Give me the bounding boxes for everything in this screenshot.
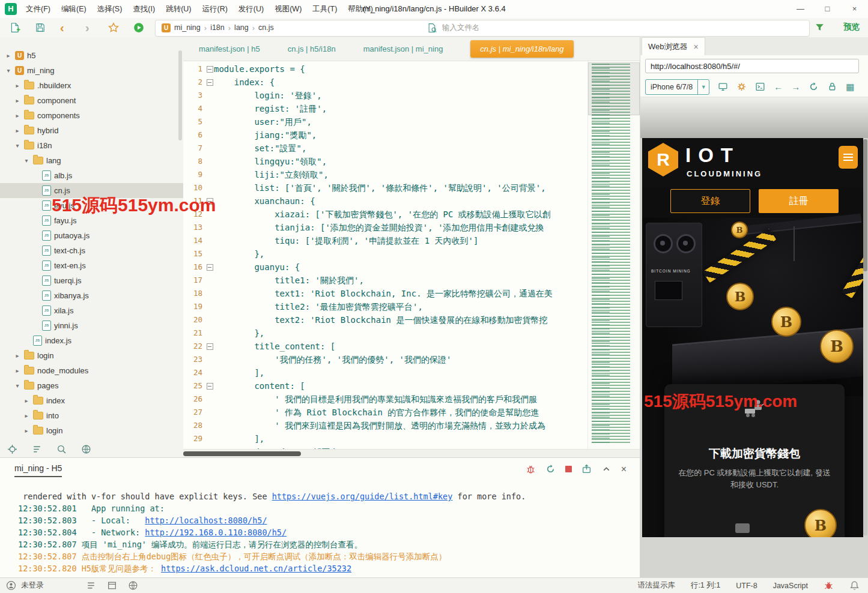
tree-item[interactable]: JStext-en.js — [0, 258, 183, 273]
menu-item[interactable]: 发行(U) — [233, 0, 269, 18]
forward-icon[interactable]: → — [791, 82, 800, 92]
line-number[interactable]: 23 — [183, 353, 205, 366]
filter-icon[interactable] — [815, 22, 825, 32]
line-number[interactable]: 2 — [183, 76, 205, 89]
tree-scrollbar[interactable] — [178, 50, 182, 140]
line-number[interactable]: 11 — [183, 194, 205, 208]
tree-item[interactable]: ▾Umi_ning — [0, 63, 183, 78]
console-link[interactable]: https://ask.dcloud.net.cn/article/35232 — [161, 564, 351, 573]
menu-item[interactable]: 查找(I) — [127, 0, 160, 18]
line-number[interactable]: 15 — [183, 247, 205, 260]
line-number[interactable]: 17 — [183, 274, 205, 287]
console-link[interactable]: https://vuejs.org/guide/list.html#key — [272, 492, 453, 501]
tree-item[interactable]: JSyinni.js — [0, 318, 183, 333]
browser-tab[interactable]: Web浏览器 × — [642, 37, 705, 55]
code-line[interactable]: 2 index: { — [183, 76, 640, 89]
login-status-area[interactable]: 未登录 — [6, 580, 44, 591]
line-number[interactable]: 22 — [183, 340, 205, 353]
collapse-icon[interactable] — [601, 464, 612, 474]
code-line[interactable]: 20 text2: 'Riot Blockchain 是一個快速發展的在線和移動… — [183, 313, 640, 327]
code-line[interactable]: 26 ' 我們的目標是利用我們的專業知識和知識來造福我們的客戶和我們服 — [183, 393, 640, 406]
menu-item[interactable]: 选择(S) — [92, 0, 128, 18]
tree-item[interactable]: JSfayu.js — [0, 213, 183, 228]
code-line[interactable]: 1module.exports = { — [183, 62, 640, 76]
tree-item[interactable]: ▸login — [0, 423, 183, 438]
mobile-menu-button[interactable] — [839, 146, 858, 169]
login-status[interactable]: 未登录 — [21, 580, 44, 591]
chevron-right-icon[interactable]: ▸ — [14, 127, 21, 134]
code-line[interactable]: 11 xuanchaun: { — [183, 194, 640, 208]
chevron-right-icon[interactable]: ▸ — [23, 427, 30, 434]
chevron-right-icon[interactable]: ▸ — [14, 97, 21, 104]
code-line[interactable]: 19 title2: '最佳加密貨幣雲挖礦平台', — [183, 300, 640, 313]
fold-marker-icon[interactable] — [205, 340, 214, 353]
chevron-down-icon[interactable]: ▾ — [14, 142, 21, 149]
code-line[interactable]: 5 user:"用戶", — [183, 115, 640, 128]
tree-item[interactable]: JStuerqi.js — [0, 273, 183, 288]
horizontal-scrollbar-thumb[interactable] — [183, 451, 301, 456]
close-button[interactable]: × — [841, 0, 868, 18]
editor-tab[interactable]: manifest.json | h5 — [199, 44, 260, 53]
qr-icon[interactable]: ▦ — [846, 82, 854, 92]
maximize-button[interactable]: □ — [814, 0, 841, 18]
list-icon[interactable] — [86, 580, 96, 591]
code-line[interactable]: 21 }, — [183, 327, 640, 340]
export-icon[interactable] — [581, 464, 592, 474]
code-line[interactable]: 27 ' 作為 Riot Blockchain 的官方合作夥伴，我們的使命是幫助… — [183, 406, 640, 419]
minimap-viewport[interactable] — [588, 62, 640, 115]
tree-item[interactable]: ▾lang — [0, 153, 183, 168]
tree-item[interactable]: JSeyu.js — [0, 198, 183, 213]
fold-marker-icon[interactable] — [205, 260, 214, 274]
restart-icon[interactable] — [545, 464, 556, 474]
new-file-icon[interactable] — [10, 22, 20, 33]
tree-item[interactable]: ▾pages — [0, 378, 183, 393]
line-number[interactable]: 28 — [183, 419, 205, 432]
nav-forward-icon[interactable]: › — [85, 19, 90, 36]
line-number[interactable]: 18 — [183, 287, 205, 300]
sort-icon[interactable] — [32, 444, 42, 454]
chevron-down-icon[interactable]: ▾ — [14, 382, 21, 389]
code-line[interactable]: 22 title_content: [ — [183, 340, 640, 353]
code-line[interactable]: 24 ], — [183, 366, 640, 379]
line-number[interactable]: 24 — [183, 366, 205, 379]
menu-item[interactable]: 文件(F) — [20, 0, 56, 18]
code-line[interactable]: 9 liji:"立刻領取", — [183, 168, 640, 181]
login-button[interactable]: 登錄 — [670, 189, 750, 213]
chevron-right-icon[interactable]: ▸ — [5, 52, 12, 59]
riot-logo-icon[interactable]: R — [648, 143, 678, 176]
favorite-star-icon[interactable] — [108, 22, 119, 33]
menu-item[interactable]: 视图(W) — [269, 0, 307, 18]
code-line[interactable]: 23 '我們的任務', '我們的優勢', '我們的保證' — [183, 353, 640, 366]
refresh-icon[interactable] — [809, 82, 819, 92]
code-line[interactable]: 18 text1: 'Riot Blockchain, Inc. 是一家比特幣挖… — [183, 287, 640, 300]
encoding-label[interactable]: UTF-8 — [736, 582, 757, 590]
lock-icon[interactable] — [827, 82, 837, 92]
syntax-lib-label[interactable]: 语法提示库 — [637, 580, 675, 591]
line-number[interactable]: 1 — [183, 62, 205, 76]
menu-item[interactable]: 编辑(E) — [56, 0, 92, 18]
devtools-gear-icon[interactable] — [736, 82, 747, 92]
tree-item[interactable]: JStext-ch.js — [0, 243, 183, 258]
tree-item[interactable]: ▸.hbuilderx — [0, 78, 183, 93]
breadcrumb-item[interactable]: i18n — [210, 23, 225, 32]
fold-marker-icon[interactable] — [205, 194, 214, 208]
debug-icon[interactable] — [526, 464, 536, 474]
network-icon[interactable] — [128, 580, 138, 591]
code-line[interactable]: 16 guanyu: { — [183, 260, 640, 274]
line-number[interactable]: 25 — [183, 379, 205, 393]
breadcrumb-item[interactable]: lang — [234, 23, 249, 32]
line-number[interactable]: 9 — [183, 168, 205, 181]
line-number[interactable]: 19 — [183, 300, 205, 313]
tree-item[interactable]: ▸node_modules — [0, 363, 183, 378]
line-number[interactable]: 3 — [183, 89, 205, 102]
tree-item[interactable]: JSindex.js — [0, 333, 183, 348]
tree-item[interactable]: JSputaoya.js — [0, 228, 183, 243]
locate-file-icon[interactable] — [7, 444, 17, 454]
stop-icon[interactable] — [565, 466, 572, 472]
console-icon[interactable] — [755, 82, 765, 92]
breadcrumb-item[interactable]: cn.js — [258, 23, 274, 32]
fold-marker-icon[interactable] — [205, 76, 214, 89]
code-line[interactable]: 29 ], — [183, 432, 640, 445]
code-line[interactable]: 13 tianjia: ['添加您的資金並開始投資', '添加您用信用卡創建或兌… — [183, 221, 640, 234]
debug-bug-icon[interactable] — [824, 580, 834, 591]
